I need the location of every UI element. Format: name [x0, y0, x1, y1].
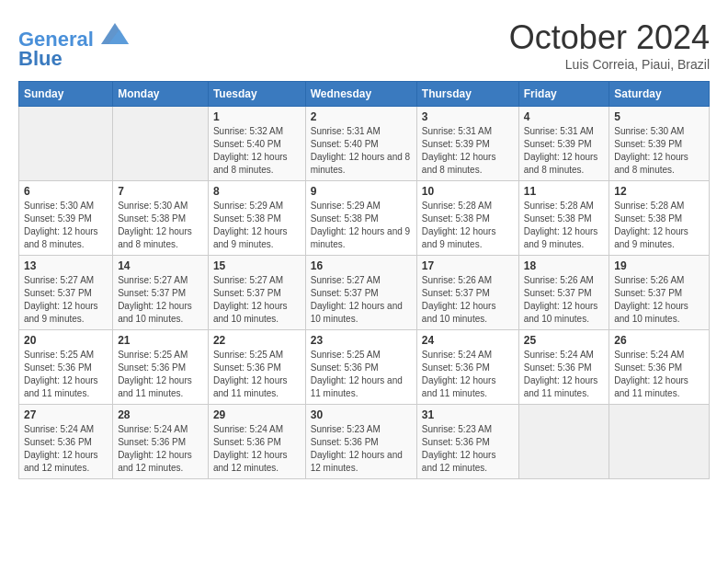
- calendar-day-cell: 8Sunrise: 5:29 AM Sunset: 5:38 PM Daylig…: [208, 181, 305, 256]
- day-number: 21: [118, 334, 203, 347]
- day-info: Sunrise: 5:24 AM Sunset: 5:36 PM Dayligh…: [614, 349, 704, 400]
- logo-text: General: [18, 18, 129, 51]
- day-number: 13: [24, 259, 108, 272]
- day-info: Sunrise: 5:30 AM Sunset: 5:38 PM Dayligh…: [118, 200, 203, 251]
- calendar-week-row: 1Sunrise: 5:32 AM Sunset: 5:40 PM Daylig…: [19, 107, 710, 181]
- day-number: 19: [614, 259, 704, 272]
- day-info: Sunrise: 5:28 AM Sunset: 5:38 PM Dayligh…: [614, 200, 704, 251]
- calendar-day-header: Tuesday: [208, 82, 305, 107]
- calendar-day-cell: 27Sunrise: 5:24 AM Sunset: 5:36 PM Dayli…: [19, 405, 113, 479]
- day-number: 26: [614, 334, 704, 347]
- calendar-day-cell: [518, 405, 609, 479]
- day-info: Sunrise: 5:27 AM Sunset: 5:37 PM Dayligh…: [311, 274, 412, 326]
- day-info: Sunrise: 5:23 AM Sunset: 5:36 PM Dayligh…: [311, 423, 412, 475]
- calendar-day-cell: 14Sunrise: 5:27 AM Sunset: 5:37 PM Dayli…: [113, 256, 209, 330]
- calendar-day-cell: 19Sunrise: 5:26 AM Sunset: 5:37 PM Dayli…: [609, 256, 710, 330]
- day-info: Sunrise: 5:25 AM Sunset: 5:36 PM Dayligh…: [24, 349, 108, 400]
- day-info: Sunrise: 5:27 AM Sunset: 5:37 PM Dayligh…: [118, 274, 203, 326]
- day-number: 27: [24, 408, 108, 421]
- calendar-day-cell: 25Sunrise: 5:24 AM Sunset: 5:36 PM Dayli…: [518, 330, 609, 405]
- calendar-day-header: Thursday: [416, 82, 518, 107]
- day-number: 28: [118, 408, 203, 421]
- day-number: 29: [213, 408, 301, 421]
- title-block: October 2024 Luis Correia, Piaui, Brazil: [509, 18, 710, 72]
- day-info: Sunrise: 5:26 AM Sunset: 5:37 PM Dayligh…: [614, 274, 704, 326]
- day-number: 12: [614, 185, 704, 198]
- calendar-day-cell: 26Sunrise: 5:24 AM Sunset: 5:36 PM Dayli…: [609, 330, 710, 405]
- calendar-week-row: 6Sunrise: 5:30 AM Sunset: 5:39 PM Daylig…: [19, 181, 710, 256]
- day-info: Sunrise: 5:31 AM Sunset: 5:39 PM Dayligh…: [524, 125, 605, 177]
- calendar-day-cell: 3Sunrise: 5:31 AM Sunset: 5:39 PM Daylig…: [416, 107, 518, 181]
- day-info: Sunrise: 5:26 AM Sunset: 5:37 PM Dayligh…: [422, 274, 514, 326]
- day-number: 16: [311, 259, 412, 272]
- day-info: Sunrise: 5:24 AM Sunset: 5:36 PM Dayligh…: [24, 423, 108, 475]
- month-title: October 2024: [509, 18, 710, 57]
- calendar-day-cell: 20Sunrise: 5:25 AM Sunset: 5:36 PM Dayli…: [19, 330, 113, 405]
- calendar-day-header: Saturday: [609, 82, 710, 107]
- day-info: Sunrise: 5:25 AM Sunset: 5:36 PM Dayligh…: [213, 349, 301, 400]
- calendar-day-cell: 16Sunrise: 5:27 AM Sunset: 5:37 PM Dayli…: [305, 256, 416, 330]
- day-info: Sunrise: 5:24 AM Sunset: 5:36 PM Dayligh…: [118, 423, 203, 475]
- calendar-week-row: 13Sunrise: 5:27 AM Sunset: 5:37 PM Dayli…: [19, 256, 710, 330]
- day-info: Sunrise: 5:28 AM Sunset: 5:38 PM Dayligh…: [422, 200, 514, 251]
- day-number: 14: [118, 259, 203, 272]
- calendar-day-cell: 21Sunrise: 5:25 AM Sunset: 5:36 PM Dayli…: [113, 330, 209, 405]
- page-header: General Blue October 2024 Luis Correia, …: [18, 18, 710, 72]
- day-number: 8: [213, 185, 301, 198]
- day-info: Sunrise: 5:28 AM Sunset: 5:38 PM Dayligh…: [524, 200, 605, 251]
- day-number: 10: [422, 185, 514, 198]
- day-number: 1: [213, 110, 301, 123]
- calendar-day-cell: 11Sunrise: 5:28 AM Sunset: 5:38 PM Dayli…: [518, 181, 609, 256]
- calendar-day-cell: 22Sunrise: 5:25 AM Sunset: 5:36 PM Dayli…: [208, 330, 305, 405]
- day-number: 6: [24, 185, 108, 198]
- day-number: 9: [311, 185, 412, 198]
- day-info: Sunrise: 5:27 AM Sunset: 5:37 PM Dayligh…: [24, 274, 108, 326]
- day-number: 30: [311, 408, 412, 421]
- day-info: Sunrise: 5:29 AM Sunset: 5:38 PM Dayligh…: [311, 200, 412, 251]
- location-subtitle: Luis Correia, Piaui, Brazil: [509, 57, 710, 72]
- calendar-day-cell: 5Sunrise: 5:30 AM Sunset: 5:39 PM Daylig…: [609, 107, 710, 181]
- calendar-day-cell: [609, 405, 710, 479]
- day-info: Sunrise: 5:31 AM Sunset: 5:40 PM Dayligh…: [311, 125, 412, 177]
- day-info: Sunrise: 5:23 AM Sunset: 5:36 PM Dayligh…: [422, 423, 514, 475]
- day-info: Sunrise: 5:31 AM Sunset: 5:39 PM Dayligh…: [422, 125, 514, 177]
- calendar-day-cell: 4Sunrise: 5:31 AM Sunset: 5:39 PM Daylig…: [518, 107, 609, 181]
- calendar-day-cell: [113, 107, 209, 181]
- day-number: 31: [422, 408, 514, 421]
- day-number: 25: [524, 334, 605, 347]
- day-number: 22: [213, 334, 301, 347]
- calendar-day-cell: 15Sunrise: 5:27 AM Sunset: 5:37 PM Dayli…: [208, 256, 305, 330]
- day-number: 18: [524, 259, 605, 272]
- calendar-day-cell: 6Sunrise: 5:30 AM Sunset: 5:39 PM Daylig…: [19, 181, 113, 256]
- day-info: Sunrise: 5:26 AM Sunset: 5:37 PM Dayligh…: [524, 274, 605, 326]
- calendar-day-cell: 28Sunrise: 5:24 AM Sunset: 5:36 PM Dayli…: [113, 405, 209, 479]
- calendar-day-header: Monday: [113, 82, 209, 107]
- calendar-day-cell: 1Sunrise: 5:32 AM Sunset: 5:40 PM Daylig…: [208, 107, 305, 181]
- day-info: Sunrise: 5:30 AM Sunset: 5:39 PM Dayligh…: [24, 200, 108, 251]
- day-info: Sunrise: 5:29 AM Sunset: 5:38 PM Dayligh…: [213, 200, 301, 251]
- day-number: 4: [524, 110, 605, 123]
- calendar-week-row: 20Sunrise: 5:25 AM Sunset: 5:36 PM Dayli…: [19, 330, 710, 405]
- day-number: 11: [524, 185, 605, 198]
- day-info: Sunrise: 5:24 AM Sunset: 5:36 PM Dayligh…: [213, 423, 301, 475]
- day-number: 3: [422, 110, 514, 123]
- calendar-day-cell: 7Sunrise: 5:30 AM Sunset: 5:38 PM Daylig…: [113, 181, 209, 256]
- day-number: 15: [213, 259, 301, 272]
- calendar-week-row: 27Sunrise: 5:24 AM Sunset: 5:36 PM Dayli…: [19, 405, 710, 479]
- day-info: Sunrise: 5:25 AM Sunset: 5:36 PM Dayligh…: [311, 349, 412, 400]
- logo: General Blue: [18, 18, 129, 71]
- calendar-table: SundayMondayTuesdayWednesdayThursdayFrid…: [18, 81, 710, 479]
- day-number: 24: [422, 334, 514, 347]
- day-info: Sunrise: 5:32 AM Sunset: 5:40 PM Dayligh…: [213, 125, 301, 177]
- day-number: 7: [118, 185, 203, 198]
- day-number: 5: [614, 110, 704, 123]
- day-info: Sunrise: 5:25 AM Sunset: 5:36 PM Dayligh…: [118, 349, 203, 400]
- calendar-day-cell: 31Sunrise: 5:23 AM Sunset: 5:36 PM Dayli…: [416, 405, 518, 479]
- calendar-day-header: Sunday: [19, 82, 113, 107]
- calendar-day-cell: 9Sunrise: 5:29 AM Sunset: 5:38 PM Daylig…: [305, 181, 416, 256]
- calendar-day-cell: 30Sunrise: 5:23 AM Sunset: 5:36 PM Dayli…: [305, 405, 416, 479]
- calendar-day-cell: 17Sunrise: 5:26 AM Sunset: 5:37 PM Dayli…: [416, 256, 518, 330]
- calendar-day-cell: 23Sunrise: 5:25 AM Sunset: 5:36 PM Dayli…: [305, 330, 416, 405]
- calendar-day-header: Wednesday: [305, 82, 416, 107]
- calendar-day-cell: 13Sunrise: 5:27 AM Sunset: 5:37 PM Dayli…: [19, 256, 113, 330]
